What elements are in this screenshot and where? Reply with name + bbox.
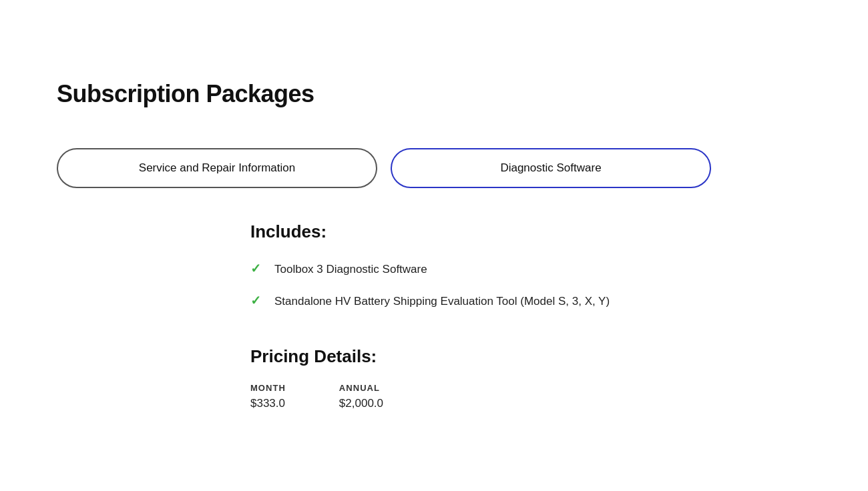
page-title: Subscription Packages xyxy=(57,80,811,108)
pricing-section: Pricing Details: MONTH $333.0 ANNUAL $2,… xyxy=(250,346,811,410)
page-container: Subscription Packages Service and Repair… xyxy=(0,0,868,450)
pricing-label-month: MONTH xyxy=(250,383,286,393)
tab-service-repair[interactable]: Service and Repair Information xyxy=(57,148,377,188)
pricing-label-annual: ANNUAL xyxy=(339,383,383,393)
pricing-col-annual: ANNUAL $2,000.0 xyxy=(339,383,383,410)
pricing-col-month: MONTH $333.0 xyxy=(250,383,286,410)
pricing-heading: Pricing Details: xyxy=(250,346,811,367)
include-item-1: Toolbox 3 Diagnostic Software xyxy=(250,261,811,278)
pricing-table: MONTH $333.0 ANNUAL $2,000.0 xyxy=(250,383,811,410)
include-item-2: Standalone HV Battery Shipping Evaluatio… xyxy=(250,293,811,310)
check-icon-1 xyxy=(250,261,265,276)
include-text-2: Standalone HV Battery Shipping Evaluatio… xyxy=(274,293,610,310)
tab-row: Service and Repair Information Diagnosti… xyxy=(57,148,811,188)
include-text-1: Toolbox 3 Diagnostic Software xyxy=(274,261,427,278)
pricing-value-annual: $2,000.0 xyxy=(339,397,383,410)
pricing-value-month: $333.0 xyxy=(250,397,286,410)
content-area: Includes: Toolbox 3 Diagnostic Software … xyxy=(57,221,811,410)
includes-heading: Includes: xyxy=(250,221,811,242)
tab-diagnostic-software[interactable]: Diagnostic Software xyxy=(391,148,711,188)
check-icon-2 xyxy=(250,293,265,308)
